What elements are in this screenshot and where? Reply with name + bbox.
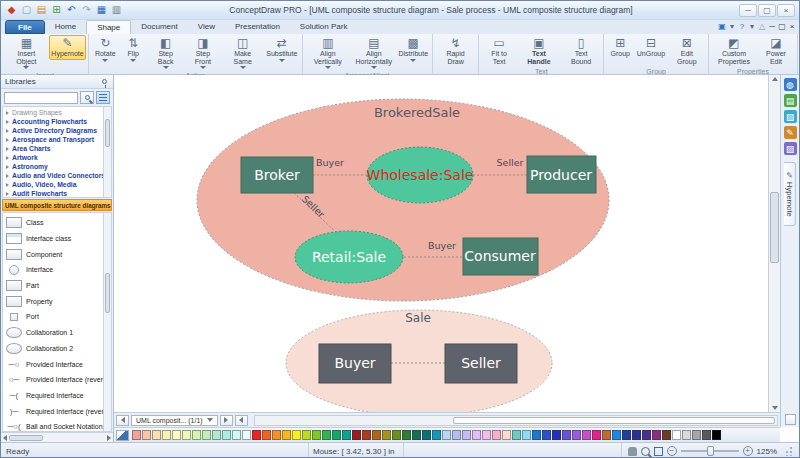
fit-page-icon[interactable] [654,447,663,456]
pan-tool-icon[interactable] [628,447,637,456]
ribbon-button[interactable]: ◨ Step Front [184,35,222,71]
color-swatch[interactable] [662,430,671,440]
ribbon-tab[interactable]: Document [131,20,187,34]
library-tree-item[interactable]: Active Directory Diagrams [3,126,111,135]
color-swatch[interactable] [422,430,431,440]
ribbon-button[interactable]: ◧ Step Back [147,35,184,71]
color-swatch[interactable] [402,430,411,440]
color-swatch[interactable] [262,430,271,440]
shape-list-scrollbar[interactable] [103,213,111,431]
color-swatch[interactable] [522,430,531,440]
library-search-input[interactable] [4,92,78,104]
ribbon-button[interactable]: ◩ Custom Properties [711,35,757,67]
color-swatch[interactable] [562,430,571,440]
color-swatch[interactable] [132,430,141,440]
library-tree-item[interactable]: Aerospace and Transport [3,135,111,144]
buyer-role-label-2[interactable]: Buyer [428,240,456,251]
color-swatch[interactable] [172,430,181,440]
libraries-panel-icon[interactable]: ▤ [784,94,797,107]
scroll-down-icon[interactable] [772,406,778,410]
scroll-right-icon[interactable] [107,435,111,441]
color-swatch[interactable] [312,430,321,440]
color-swatch[interactable] [212,430,221,440]
corner-resize-icon[interactable] [785,414,796,425]
close-button[interactable]: × [777,4,795,17]
color-swatch[interactable] [442,430,451,440]
color-swatch[interactable] [302,430,311,440]
buyer-role-label[interactable]: Buyer [316,157,344,168]
color-swatch[interactable] [432,430,441,440]
undo-icon[interactable]: ↶ [65,4,78,17]
tree-view-toggle-button[interactable] [96,91,110,104]
color-swatch[interactable] [162,430,171,440]
expand-arrow-icon[interactable] [6,192,9,196]
ribbon-button[interactable]: ▤ Align Horizontally [351,35,397,71]
expand-arrow-icon[interactable] [6,129,9,133]
pin-icon[interactable] [102,79,107,84]
ribbon-button[interactable]: ⊠ Edit Group [668,35,706,67]
doc-close-icon[interactable]: × [788,21,796,32]
color-swatch[interactable] [272,430,281,440]
ribbon-tab[interactable]: Shape [86,20,131,34]
color-swatch[interactable] [362,430,371,440]
ribbon-button[interactable]: ✎ Hypernote [49,35,87,60]
expand-arrow-icon[interactable] [6,120,9,124]
ribbon-button[interactable]: ↻ Rotate [91,35,119,64]
page-selector-dropdown[interactable]: UML composit... (1/1) [131,415,218,426]
seller-role-label[interactable]: Seller [497,157,524,168]
doc-minimize-icon[interactable]: ─ [768,21,776,32]
ribbon-button[interactable]: ▥ Align Vertically [305,35,351,71]
color-swatch[interactable] [572,430,581,440]
ribbon-button[interactable]: ▦ Insert Object [4,35,49,71]
minimize-button[interactable]: ─ [739,4,757,17]
expand-arrow-icon[interactable] [6,111,9,115]
hypernote-panel-tab[interactable]: ✎ Hypernote [784,162,796,226]
color-swatch[interactable] [582,430,591,440]
expand-arrow-icon[interactable] [6,147,9,151]
help-icon[interactable]: ? [738,21,746,32]
library-tree-item[interactable]: Astronomy [3,162,111,171]
color-swatch[interactable] [492,430,501,440]
ribbon-button[interactable]: ◪ Power Edit [757,35,795,67]
color-swatch[interactable] [472,430,481,440]
expand-arrow-icon[interactable] [6,156,9,160]
drawing-canvas[interactable]: BrokeredSale Buyer Seller Seller Buyer B… [114,75,799,442]
no-fill-icon[interactable] [116,430,129,441]
shape-list-item[interactable]: Property [3,293,111,309]
library-tree-item[interactable]: Accounting Flowcharts [3,117,111,126]
color-swatch[interactable] [202,430,211,440]
color-swatch[interactable] [532,430,541,440]
color-swatch[interactable] [692,430,701,440]
print-preview-icon[interactable]: ▥ [110,4,123,17]
color-swatch[interactable] [462,430,471,440]
expand-arrow-icon[interactable] [6,174,9,178]
color-swatch[interactable] [322,430,331,440]
color-swatch[interactable] [512,430,521,440]
panels-toggle-icon[interactable]: ▣ [718,21,726,32]
library-tree-item[interactable]: Audio and Video Connectors [3,171,111,180]
shape-list-item[interactable]: Component [3,246,111,262]
color-swatch[interactable] [672,430,681,440]
shape-list-item[interactable]: ─○ Provided Interface [3,356,111,372]
color-swatch[interactable] [622,430,631,440]
color-swatch[interactable] [542,430,551,440]
color-swatch[interactable] [382,430,391,440]
scroll-left-icon[interactable] [3,435,7,441]
minimize-ribbon-icon[interactable]: △ [758,21,766,32]
color-swatch[interactable] [342,430,351,440]
canvas-vertical-scrollbar[interactable] [768,75,780,412]
color-swatch[interactable] [602,430,611,440]
file-menu-button[interactable]: File [5,20,45,34]
insert-library-icon[interactable]: ⊞ [50,4,63,17]
library-tree-item[interactable]: Drawing Shapes [3,108,111,117]
resize-grip[interactable] [783,446,793,456]
library-tree-item[interactable]: Artwork [3,153,111,162]
library-horizontal-scrollbar[interactable] [1,432,113,442]
shape-list-item[interactable]: Collaboration 2 [3,341,111,357]
color-swatch[interactable] [182,430,191,440]
format-painter-icon[interactable]: ✎ [784,126,797,139]
save-icon[interactable]: ▦ [95,4,108,17]
color-swatch[interactable] [392,430,401,440]
next-page-button[interactable] [220,415,233,426]
shape-list-item[interactable]: ─○( Ball and Socket Notation [3,419,111,432]
